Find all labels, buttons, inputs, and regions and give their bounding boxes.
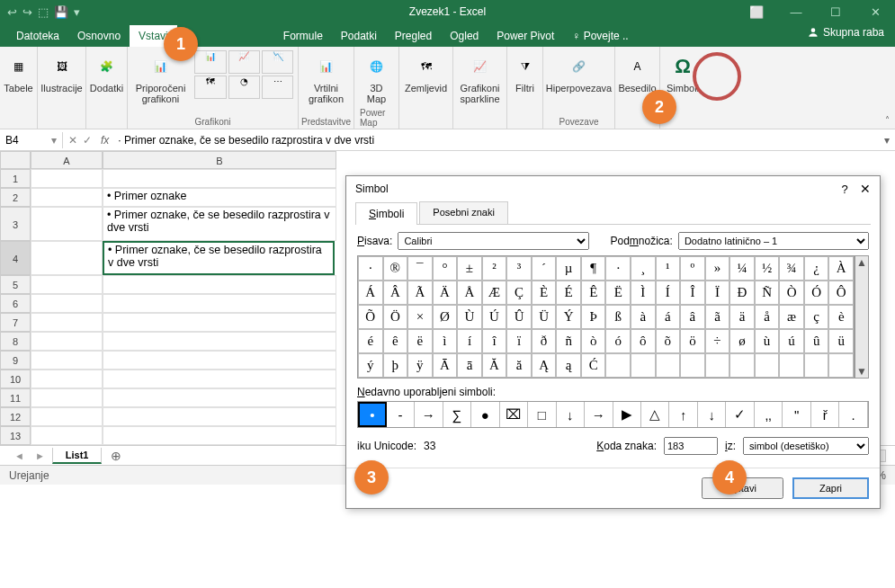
- symbol-cell[interactable]: Ö: [383, 305, 408, 329]
- symbol-cell[interactable]: ý: [358, 353, 383, 378]
- recent-symbol[interactable]: -: [387, 402, 415, 427]
- col-header[interactable]: B: [103, 151, 336, 169]
- symbol-cell[interactable]: ³: [506, 256, 532, 281]
- ribbon-3dmap[interactable]: 🌐3D Map: [359, 50, 395, 106]
- symbol-cell[interactable]: Ą: [532, 353, 557, 378]
- cell[interactable]: [31, 294, 103, 313]
- cell-active[interactable]: • Primer oznake, če se besedilo razprost…: [103, 241, 335, 275]
- symbol-cell[interactable]: °: [433, 256, 458, 281]
- ribbon-dodatki[interactable]: 🧩Dodatki: [86, 50, 127, 95]
- symbol-cell[interactable]: ¯: [407, 256, 433, 281]
- symbol-cell[interactable]: È: [532, 281, 557, 305]
- recent-symbol[interactable]: △: [641, 402, 669, 427]
- recent-symbol[interactable]: .: [839, 402, 867, 427]
- symbol-cell[interactable]: Ð: [729, 281, 755, 305]
- ribbon-hiperpovezava[interactable]: 🔗Hiperpovezava: [542, 50, 615, 95]
- cell[interactable]: [103, 388, 336, 407]
- tab-powerpivot[interactable]: Power Pivot: [488, 25, 563, 47]
- symbol-cell[interactable]: Ì: [631, 281, 656, 305]
- symbol-cell[interactable]: Á: [358, 281, 383, 305]
- symbol-cell[interactable]: Ï: [705, 281, 730, 305]
- symbol-cell[interactable]: »: [705, 256, 730, 281]
- row-header[interactable]: 5: [0, 275, 31, 294]
- sheet-nav-prev-icon[interactable]: ◄: [11, 450, 28, 461]
- cell[interactable]: • Primer oznake, če se besedilo razprost…: [103, 207, 336, 241]
- expand-formula-icon[interactable]: ▾: [879, 134, 895, 147]
- symbol-cell[interactable]: Û: [506, 305, 532, 329]
- symbol-cell[interactable]: º: [680, 256, 705, 281]
- symbol-cell[interactable]: õ: [656, 329, 681, 353]
- symbol-cell[interactable]: ù: [755, 329, 780, 353]
- symbol-cell[interactable]: ·: [358, 256, 383, 281]
- symbol-cell[interactable]: ´: [532, 256, 557, 281]
- cancel-formula-icon[interactable]: ✕: [68, 134, 77, 147]
- symbol-cell[interactable]: Î: [680, 281, 705, 305]
- close-icon[interactable]: ✕: [855, 0, 895, 23]
- symbol-cell[interactable]: ì: [433, 329, 458, 353]
- tab-osnovno[interactable]: Osnovno: [68, 25, 130, 47]
- symbol-cell[interactable]: Ñ: [755, 281, 780, 305]
- symbol-cell[interactable]: ð: [532, 329, 557, 353]
- redo-icon[interactable]: ↪: [22, 5, 32, 19]
- row-header[interactable]: 7: [0, 313, 31, 332]
- symbol-cell[interactable]: Ê: [581, 281, 606, 305]
- symbol-cell[interactable]: ¸: [631, 256, 656, 281]
- symbol-cell[interactable]: Ú: [482, 305, 507, 329]
- chart-gallery[interactable]: 📊📈📉🗺◔⋯: [194, 50, 293, 99]
- cell[interactable]: [103, 275, 336, 294]
- symbol-cell[interactable]: Ç: [506, 281, 532, 305]
- recent-symbol[interactable]: ⌧: [500, 402, 528, 427]
- symbol-cell[interactable]: û: [804, 329, 829, 353]
- cell[interactable]: [31, 426, 103, 445]
- tab-datoteka[interactable]: Datoteka: [7, 25, 68, 47]
- qat-more-icon[interactable]: ▾: [74, 5, 80, 19]
- cell[interactable]: [103, 370, 336, 388]
- cell[interactable]: [31, 169, 103, 188]
- tell-me[interactable]: ♀ Povejte ..: [563, 25, 637, 47]
- recent-symbol[interactable]: ↓: [557, 402, 585, 427]
- tab-pregled[interactable]: Pregled: [386, 25, 441, 47]
- symbol-scrollbar[interactable]: ▲▼: [855, 255, 869, 379]
- row-header[interactable]: 6: [0, 294, 31, 313]
- cell[interactable]: [103, 351, 336, 370]
- tab-formule[interactable]: Formule: [274, 25, 332, 47]
- symbol-cell[interactable]: Ā: [433, 353, 458, 378]
- ribbon-sparkline[interactable]: 📈Grafikoni sparkline: [456, 50, 503, 106]
- ribbon-vrtilni[interactable]: 📊Vrtilni grafikon: [305, 50, 347, 106]
- symbol-cell[interactable]: Þ: [581, 305, 606, 329]
- symbol-cell[interactable]: ö: [680, 329, 705, 353]
- symbol-cell[interactable]: ï: [506, 329, 532, 353]
- symbol-cell[interactable]: æ: [779, 305, 804, 329]
- symbol-cell[interactable]: ü: [828, 329, 854, 353]
- symbol-cell[interactable]: Ć: [581, 353, 606, 378]
- row-header[interactable]: 11: [0, 388, 31, 407]
- sheet-tab[interactable]: List1: [52, 448, 103, 464]
- symbol-cell[interactable]: Ä: [433, 281, 458, 305]
- cell[interactable]: [31, 188, 103, 207]
- cell[interactable]: [31, 407, 103, 426]
- symbol-cell[interactable]: ë: [407, 329, 433, 353]
- symbol-cell[interactable]: ó: [605, 329, 631, 353]
- dialog-tab-posebni[interactable]: Posebni znaki: [419, 201, 508, 224]
- symbol-cell[interactable]: À: [828, 256, 854, 281]
- ribbon-filtri[interactable]: ⧩Filtri: [507, 50, 543, 95]
- symbol-cell[interactable]: Æ: [482, 281, 507, 305]
- recent-symbol[interactable]: ●: [471, 402, 499, 427]
- symbol-cell[interactable]: è: [828, 305, 854, 329]
- col-header[interactable]: A: [31, 151, 103, 169]
- symbol-cell[interactable]: ·: [605, 256, 631, 281]
- symbol-cell[interactable]: Ó: [804, 281, 829, 305]
- symbol-cell[interactable]: ÷: [705, 329, 730, 353]
- symbol-cell[interactable]: ®: [383, 256, 408, 281]
- symbol-cell[interactable]: ×: [407, 305, 433, 329]
- close-button[interactable]: Zapri: [792, 477, 869, 499]
- symbol-cell[interactable]: ă: [506, 353, 532, 378]
- symbol-cell[interactable]: Ô: [828, 281, 854, 305]
- row-header[interactable]: 9: [0, 351, 31, 370]
- touch-icon[interactable]: ⬚: [38, 5, 49, 19]
- tab-podatki[interactable]: Podatki: [332, 25, 386, 47]
- row-header[interactable]: 8: [0, 332, 31, 351]
- symbol-cell[interactable]: ø: [729, 329, 755, 353]
- formula-input[interactable]: · Primer oznake, če se besedilo razprost…: [112, 132, 879, 148]
- code-input[interactable]: [664, 437, 718, 455]
